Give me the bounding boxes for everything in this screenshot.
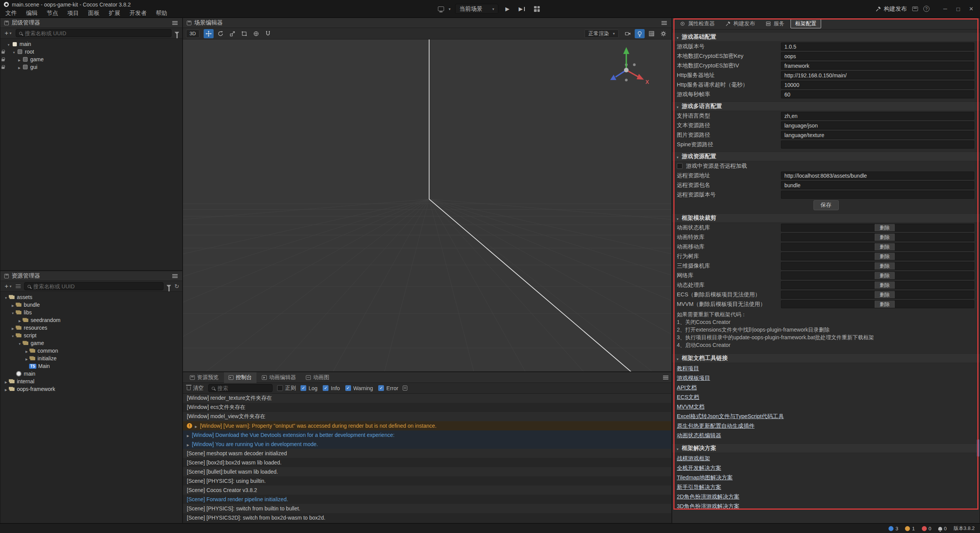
tree-chevron-icon[interactable]	[17, 56, 22, 62]
delete-module-button[interactable]: 删除	[875, 233, 895, 241]
create-asset-button[interactable]	[3, 283, 13, 290]
clear-console-button[interactable]: 清空	[187, 385, 204, 392]
asset-node-row[interactable]: main	[0, 370, 182, 378]
section-header[interactable]: 框架模块裁剪	[672, 213, 980, 223]
tree-chevron-icon[interactable]	[10, 302, 15, 308]
asset-node-row[interactable]: TS Main	[0, 362, 182, 370]
tree-chevron-icon[interactable]	[3, 378, 8, 384]
hierarchy-node-row[interactable]: game	[0, 56, 182, 63]
log-row[interactable]: [Scene] [PHYSICS]: using builtin.	[183, 476, 671, 486]
chevron-right-icon[interactable]	[195, 423, 197, 429]
config-input[interactable]: bundle	[781, 181, 974, 189]
doc-link[interactable]: ECS文档	[677, 392, 699, 402]
doc-link[interactable]: API文档	[677, 383, 697, 392]
doc-link[interactable]: MVVM文档	[677, 402, 705, 412]
step-button[interactable]	[516, 3, 527, 14]
hierarchy-node-row[interactable]: gui	[0, 63, 182, 71]
module-path-field[interactable]: 删除	[781, 262, 974, 270]
doc-link[interactable]: 动画状态机编辑器	[677, 431, 721, 440]
asset-node-row[interactable]: game	[0, 339, 182, 347]
tab-animation-editor[interactable]: 动画编辑器	[257, 372, 301, 383]
tab-build-publish[interactable]: 构建发布	[721, 19, 760, 28]
menu-item[interactable]: 文件	[1, 9, 21, 17]
module-path-field[interactable]: 删除	[781, 224, 974, 232]
play-button[interactable]	[503, 3, 512, 14]
module-path-field[interactable]: 删除	[781, 243, 974, 251]
console-search-input[interactable]	[217, 385, 269, 391]
tree-chevron-icon[interactable]	[10, 325, 15, 331]
warning-counter[interactable]: 1	[905, 526, 915, 531]
log-filter-checkbox[interactable]: Info	[323, 385, 340, 391]
scrollbar[interactable]	[977, 30, 979, 522]
module-path-field[interactable]: 删除	[781, 281, 974, 289]
tree-chevron-icon[interactable]	[24, 355, 29, 361]
scale-tool-button[interactable]	[227, 29, 237, 38]
section-header[interactable]: 游戏多语言配置	[672, 101, 980, 111]
log-row[interactable]: [Scene] [PHYSICS2D]: switch from box2d-w…	[183, 513, 671, 522]
solution-link[interactable]: Tiledmap地图解决方案	[677, 473, 733, 482]
scrollbar-thumb[interactable]	[977, 439, 979, 457]
save-button[interactable]: 保存	[813, 200, 839, 210]
scene-viewport[interactable]: X	[183, 39, 671, 371]
config-input[interactable]: zh,en	[781, 112, 974, 120]
gizmo-tool-button[interactable]	[251, 29, 261, 38]
menu-item[interactable]: 开发者	[125, 9, 151, 17]
tree-chevron-icon[interactable]	[3, 294, 8, 300]
module-path-field[interactable]: 删除	[781, 271, 974, 280]
asset-node-row[interactable]: resources	[0, 324, 182, 332]
log-filter-checkbox[interactable]: Warning	[345, 385, 373, 391]
config-input[interactable]: http://192.168.0.150/main/	[781, 71, 974, 79]
log-row[interactable]: [Scene] [PHYSICS]: switch from builtin t…	[183, 504, 671, 513]
log-filter-checkbox[interactable]: Log	[301, 385, 317, 391]
section-header[interactable]: 游戏基础配置	[672, 32, 980, 42]
delete-module-button[interactable]: 删除	[875, 291, 895, 299]
filter-icon[interactable]	[167, 285, 171, 288]
orientation-gizmo[interactable]: X	[603, 45, 652, 91]
log-row[interactable]: [Window] Download the Vue Devtools exten…	[183, 430, 671, 440]
log-row[interactable]: [Window] You are running Vue in developm…	[183, 440, 671, 449]
module-path-field[interactable]: 删除	[781, 291, 974, 299]
chevron-right-icon[interactable]	[187, 441, 189, 447]
tree-chevron-icon[interactable]	[17, 317, 22, 323]
sort-icon[interactable]	[16, 284, 21, 288]
log-row[interactable]: [Scene] meshopt wasm decoder initialized	[183, 449, 671, 458]
asset-node-row[interactable]: libs	[0, 309, 182, 316]
solution-link[interactable]: 3D角色扮演游戏解决方案	[677, 502, 740, 511]
lighting-button[interactable]	[635, 29, 645, 38]
lock-icon[interactable]	[0, 65, 5, 69]
section-header[interactable]: 框架文档工具链接	[672, 353, 980, 363]
tab-animation-graph[interactable]: 动画图	[301, 372, 334, 383]
minimize-button[interactable]	[939, 3, 951, 15]
refresh-icon[interactable]	[174, 283, 179, 290]
build-publish-button[interactable]: 构建发布	[875, 5, 907, 13]
config-input[interactable]: oops	[781, 52, 974, 60]
tab-service[interactable]: 服务	[761, 19, 789, 28]
asset-node-row[interactable]: internal	[0, 378, 182, 385]
tree-chevron-icon[interactable]	[10, 309, 15, 316]
doc-link[interactable]: Excel格式转Json文件与TypeScript代码工具	[677, 412, 784, 421]
menu-item[interactable]: 面板	[83, 9, 104, 17]
tree-chevron-icon[interactable]	[10, 332, 15, 338]
module-path-field[interactable]: 删除	[781, 233, 974, 241]
log-row[interactable]: [Window] [Vue warn]: Property "onInput" …	[183, 421, 671, 430]
rotate-tool-button[interactable]	[216, 29, 225, 38]
delete-module-button[interactable]: 删除	[875, 271, 895, 280]
rect-tool-button[interactable]	[239, 29, 249, 38]
asset-node-row[interactable]: initialize	[0, 355, 182, 362]
solution-link[interactable]: 战棋游戏框架	[677, 454, 710, 463]
solution-link[interactable]: 新手引导解决方案	[677, 482, 721, 492]
section-header[interactable]: 框架解决方案	[672, 443, 980, 453]
log-row[interactable]: [Window] render_texture文件夹存在	[183, 394, 671, 403]
panel-menu-icon[interactable]	[663, 377, 668, 378]
config-input[interactable]: language/texture	[781, 131, 974, 139]
config-input[interactable]: 60	[781, 90, 974, 98]
module-path-field[interactable]: 删除	[781, 252, 974, 260]
projection-3d-button[interactable]: 3D	[186, 29, 199, 38]
message-counter[interactable]: 3	[889, 526, 898, 531]
error-counter[interactable]: 0	[922, 526, 931, 531]
delete-module-button[interactable]: 删除	[875, 262, 895, 270]
asset-node-row[interactable]: assets	[0, 293, 182, 301]
config-input[interactable]	[781, 141, 974, 149]
config-input[interactable]: http://localhost:8083/assets/bundle	[781, 172, 974, 180]
log-filter-checkbox[interactable]: Error	[378, 385, 398, 391]
